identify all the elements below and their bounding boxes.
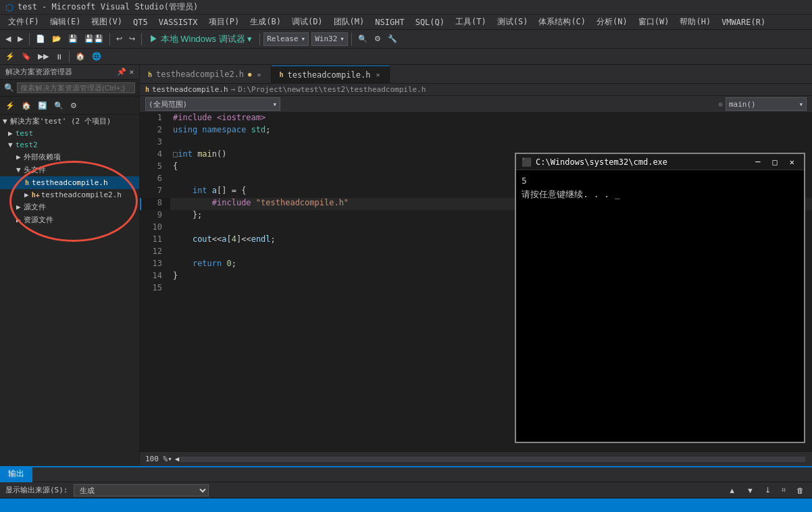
menu-window[interactable]: 窗口(W) — [633, 15, 675, 29]
tb2-btn3[interactable]: ▶▶ — [35, 49, 51, 64]
cmd-maximize-btn[interactable]: □ — [769, 157, 782, 167]
toolbar-extra-3[interactable]: 🔧 — [385, 32, 400, 47]
tree-expand-src: ▶ — [16, 203, 21, 211]
menu-project[interactable]: 项目(P) — [203, 15, 245, 29]
config-chevron: ▾ — [301, 34, 306, 43]
sidebar-tb-btn5[interactable]: ⚙ — [68, 98, 80, 113]
search-icon: 🔍 — [4, 83, 14, 93]
menu-tools[interactable]: 工具(T) — [450, 15, 492, 29]
new-file-button[interactable]: 📄 — [33, 32, 48, 47]
path-file: testheadcompile.h — [152, 85, 228, 94]
tree-label-ext: 外部依赖项 — [24, 152, 61, 162]
scrollbar-left-arrow[interactable]: ◀ — [175, 455, 180, 463]
output-scroll-down[interactable]: ▼ — [744, 483, 757, 498]
save-all-button[interactable]: 💾💾 — [82, 32, 106, 47]
back-button[interactable]: ◀ — [3, 32, 14, 47]
open-button[interactable]: 📂 — [49, 32, 64, 47]
menu-debug[interactable]: 调试(D) — [286, 15, 328, 29]
tree-item-solution[interactable]: ▼ 解决方案'test' (2 个项目) — [0, 115, 139, 128]
sidebar-tb-btn3[interactable]: 🔄 — [35, 98, 50, 113]
cmd-content: 5 请按任意键继续. . . _ — [516, 170, 804, 442]
code-line-3: 3 — [140, 137, 812, 149]
output-toolbar: 显示输出来源(S): 生成 ▲ ▼ ⤓ ⌗ 🗑 — [0, 482, 812, 498]
tab-label-1: testheadcompile2.h — [156, 70, 244, 79]
tb2-btn1[interactable]: ⚡ — [3, 49, 18, 64]
tb2-btn4[interactable]: ⏸ — [53, 49, 66, 64]
menu-analyze[interactable]: 分析(N) — [591, 15, 633, 29]
func-dropdown[interactable]: main() ▾ — [726, 97, 807, 111]
tab-close-1[interactable]: ✕ — [256, 70, 263, 79]
tree-item-source[interactable]: ▶ 源文件 — [0, 201, 139, 213]
sidebar-search-bar: 🔍 — [0, 80, 139, 97]
output-copy[interactable]: ⌗ — [779, 483, 788, 498]
horizontal-scrollbar[interactable] — [180, 457, 805, 462]
menu-build[interactable]: 生成(B) — [245, 15, 286, 29]
tree-item-external-deps[interactable]: ▶ 外部依赖项 — [0, 151, 139, 163]
toolbar-sep-1 — [29, 33, 30, 45]
toolbar-sep-5 — [351, 33, 352, 45]
scope-dropdown[interactable]: (全局范围) ▾ — [145, 97, 280, 111]
sidebar-tb-btn2[interactable]: 🏠 — [19, 98, 34, 113]
platform-dropdown[interactable]: Win32 ▾ — [311, 32, 348, 46]
sidebar-close-icon[interactable]: ✕ — [129, 68, 134, 76]
path-sep: → — [231, 85, 236, 94]
cmd-minimize-btn[interactable]: ─ — [751, 157, 764, 167]
sidebar-tb-btn1[interactable]: ⚡ — [3, 98, 18, 113]
output-scroll-end[interactable]: ⤓ — [762, 483, 773, 498]
tree-item-testheadcompile2-h[interactable]: ▶ h+ testheadcompile2.h — [0, 189, 139, 201]
menu-team[interactable]: 团队(M) — [328, 15, 370, 29]
toolbar-extra-2[interactable]: ⚙ — [372, 32, 384, 47]
tab-testheadcompile[interactable]: h testheadcompile.h ✕ — [272, 66, 390, 83]
tree-item-test[interactable]: ▶ test — [0, 128, 139, 139]
path-full: D:\Project\newtest\test2\testheadcompile… — [238, 85, 426, 94]
run-button[interactable]: ▶ 本地 Windows 调试器 ▾ — [145, 32, 256, 47]
tree-item-test2[interactable]: ▼ test2 — [0, 139, 139, 151]
toolbar-extra-1[interactable]: 🔍 — [355, 32, 370, 47]
tree-expand-test2: ▼ — [8, 140, 13, 149]
output-clear[interactable]: 🗑 — [794, 483, 807, 498]
sidebar-tb-btn4[interactable]: 🔍 — [51, 98, 66, 113]
scope-func-icon: ⊙ — [718, 100, 723, 109]
tab-testheadcompile2[interactable]: h testheadcompile2.h ● ✕ — [140, 66, 272, 83]
config-label: Release — [267, 34, 298, 43]
tree-item-headers[interactable]: ▼ 头文件 — [0, 163, 139, 176]
tb2-btn2[interactable]: 🔖 — [19, 49, 34, 64]
toolbar: ◀ ▶ 📄 📂 💾 💾💾 ↩ ↪ ▶ 本地 Windows 调试器 ▾ Rele… — [0, 30, 812, 49]
menu-nsight[interactable]: NSIGHT — [370, 16, 409, 28]
func-label: main() — [729, 100, 756, 109]
cmd-title: C:\Windows\system32\cmd.exe — [536, 157, 747, 167]
tab-modified-1: ● — [248, 71, 251, 78]
tree-label-headers: 头文件 — [24, 165, 46, 175]
undo-button[interactable]: ↩ — [113, 32, 125, 47]
menu-file[interactable]: 文件(F) — [3, 15, 45, 29]
output-scroll-up[interactable]: ▲ — [726, 483, 738, 498]
tree-expand-res: ▶ — [16, 215, 21, 224]
menu-qt5[interactable]: QT5 — [128, 16, 153, 28]
cmd-titlebar[interactable]: ⬛ C:\Windows\system32\cmd.exe ─ □ ✕ — [516, 154, 804, 170]
tb2-btn5[interactable]: 🏠 — [73, 49, 88, 64]
tab-close-2[interactable]: ✕ — [374, 70, 381, 79]
menu-vassistx[interactable]: VASSISTX — [153, 16, 203, 28]
output-source-select[interactable]: 生成 — [74, 484, 209, 496]
cmd-close-btn[interactable]: ✕ — [786, 157, 798, 167]
config-dropdown[interactable]: Release ▾ — [263, 32, 309, 46]
search-input[interactable] — [17, 82, 135, 93]
sidebar-pin-icon[interactable]: 📌 — [117, 68, 126, 76]
menu-arch[interactable]: 体系结构(C) — [533, 15, 591, 29]
menu-test[interactable]: 测试(S) — [492, 15, 534, 29]
menu-sql[interactable]: SQL(Q) — [410, 16, 450, 28]
forward-button[interactable]: ▶ — [15, 32, 26, 47]
output-tab-build[interactable]: 输出 — [0, 467, 32, 482]
menu-view[interactable]: 视图(V) — [86, 15, 128, 29]
tree-item-testheadcompile-h[interactable]: h testheadcompile.h — [0, 176, 139, 189]
save-button[interactable]: 💾 — [66, 32, 80, 47]
tree-item-resources[interactable]: ▶ 资源文件 — [0, 213, 139, 226]
toolbar-sep-3 — [141, 33, 142, 45]
menu-edit[interactable]: 编辑(E) — [45, 15, 86, 29]
path-icon: h — [145, 86, 149, 93]
redo-button[interactable]: ↪ — [126, 32, 138, 47]
menu-vmware[interactable]: VMWARE(R) — [716, 16, 771, 28]
tb2-btn6[interactable]: 🌐 — [89, 49, 104, 64]
menu-help[interactable]: 帮助(H) — [674, 15, 716, 29]
zoom-dropdown-btn[interactable]: ▾ — [168, 455, 172, 463]
